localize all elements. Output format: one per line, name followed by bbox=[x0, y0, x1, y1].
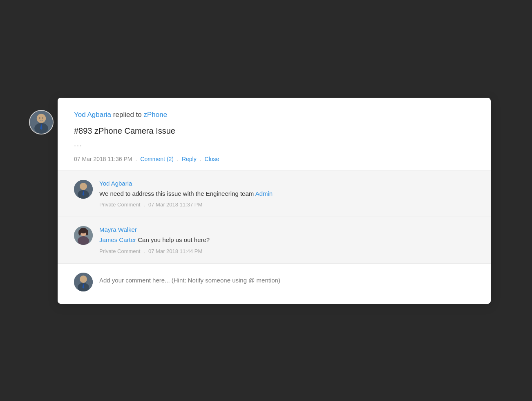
replied-to-target[interactable]: zPhone bbox=[143, 111, 167, 119]
comment-count-link[interactable]: Comment (2) bbox=[140, 156, 174, 162]
replied-to-text: replied to bbox=[113, 111, 142, 119]
dot-separator-2: . bbox=[177, 156, 179, 162]
svg-point-6 bbox=[42, 117, 43, 119]
reply-link[interactable]: Reply bbox=[182, 156, 197, 162]
svg-point-1 bbox=[37, 114, 46, 123]
comment-2-mention-prefix[interactable]: James Carter bbox=[99, 236, 136, 243]
comment-1-timestamp: 07 Mar 2018 11:37 PM bbox=[148, 202, 202, 208]
svg-point-8 bbox=[80, 183, 87, 190]
comment-2-text-after: Can you help us out here? bbox=[138, 236, 210, 243]
svg-point-17 bbox=[86, 230, 88, 235]
comment-1-avatar bbox=[74, 180, 93, 199]
close-link[interactable]: Close bbox=[205, 156, 219, 162]
dot-separator-3: . bbox=[200, 156, 201, 162]
comment-1-author: Yod Agbaria bbox=[99, 180, 474, 187]
card-header: Yod Agbaria replied to zPhone #893 zPhon… bbox=[58, 98, 491, 170]
comment-1-meta: Private Comment . 07 Mar 2018 11:37 PM bbox=[99, 202, 474, 208]
svg-point-5 bbox=[39, 117, 40, 119]
svg-point-19 bbox=[80, 276, 87, 283]
ticket-title: #893 zPhone Camera Issue bbox=[74, 126, 474, 136]
comment-2-timestamp: 07 Mar 2018 11:44 PM bbox=[148, 248, 202, 254]
replied-author-name[interactable]: Yod Agbaria bbox=[74, 111, 111, 119]
main-user-avatar bbox=[29, 110, 54, 134]
meta-dot: . bbox=[143, 202, 145, 208]
svg-point-16 bbox=[78, 230, 81, 235]
comment-1-mention[interactable]: Admin bbox=[255, 190, 273, 197]
input-user-avatar bbox=[74, 273, 93, 291]
comments-section: Yod Agbaria We need to address this issu… bbox=[58, 170, 491, 263]
comment-item: Mayra Walker James Carter Can you help u… bbox=[58, 217, 491, 263]
comment-2-author: Mayra Walker bbox=[99, 226, 474, 233]
ticket-timestamp: 07 Mar 2018 11:36 PM bbox=[74, 156, 132, 162]
comment-item: Yod Agbaria We need to address this issu… bbox=[58, 171, 491, 217]
comment-2-meta: Private Comment . 07 Mar 2018 11:44 PM bbox=[99, 248, 474, 254]
comment-2-private-label: Private Comment bbox=[99, 248, 140, 254]
notification-card: Yod Agbaria replied to zPhone #893 zPhon… bbox=[58, 98, 491, 304]
comment-input-section bbox=[58, 263, 491, 304]
comment-2-text: James Carter Can you help us out here? bbox=[99, 235, 474, 245]
comment-1-text: We need to address this issue with the E… bbox=[99, 189, 474, 199]
svg-point-14 bbox=[78, 236, 89, 245]
dot-separator-1: . bbox=[135, 156, 137, 162]
comment-1-body: Yod Agbaria We need to address this issu… bbox=[99, 180, 474, 208]
comment-1-text-before: We need to address this issue with the E… bbox=[99, 190, 254, 197]
main-scene: Yod Agbaria replied to zPhone #893 zPhon… bbox=[41, 98, 491, 304]
ticket-meta-line: 07 Mar 2018 11:36 PM . Comment (2) . Rep… bbox=[74, 156, 474, 162]
comment-2-body: Mayra Walker James Carter Can you help u… bbox=[99, 226, 474, 254]
replied-line: Yod Agbaria replied to zPhone bbox=[74, 111, 474, 119]
ellipsis-indicator: ... bbox=[74, 140, 474, 148]
comment-2-avatar bbox=[74, 226, 93, 245]
comment-1-private-label: Private Comment bbox=[99, 202, 140, 208]
comment-input[interactable] bbox=[99, 273, 474, 295]
meta-dot: . bbox=[143, 248, 145, 254]
